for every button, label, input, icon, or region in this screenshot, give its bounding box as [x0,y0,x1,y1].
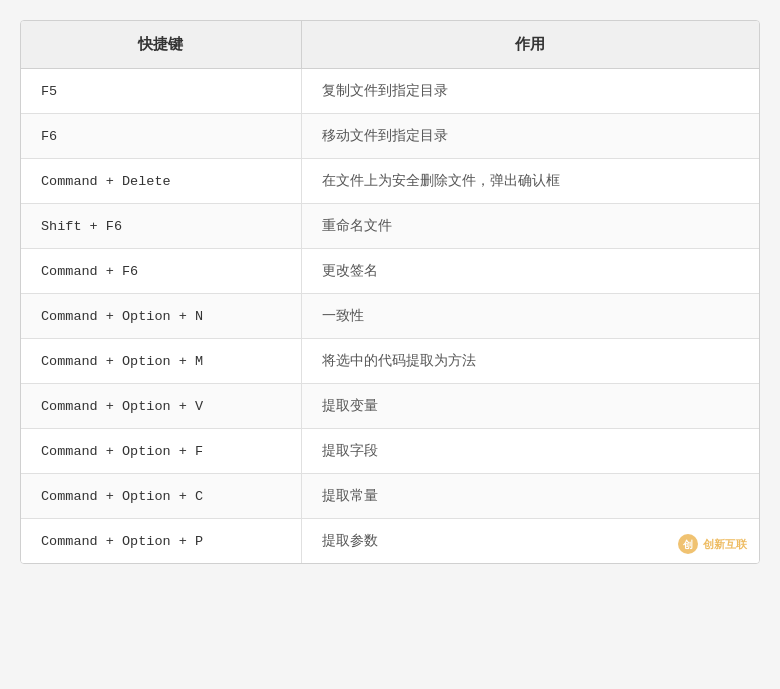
table-row: F6移动文件到指定目录 [21,114,759,159]
shortcut-cell: Command + Option + C [21,474,301,519]
table-body: F5复制文件到指定目录F6移动文件到指定目录Command + Delete在文… [21,69,759,564]
table-row: Command + Option + P提取参数 [21,519,759,564]
table-row: Command + F6更改签名 [21,249,759,294]
table-row: Command + Option + C提取常量 [21,474,759,519]
table-row: Command + Option + M将选中的代码提取为方法 [21,339,759,384]
shortcut-cell: Command + Option + F [21,429,301,474]
shortcut-table-container: 快捷键 作用 F5复制文件到指定目录F6移动文件到指定目录Command + D… [20,20,760,564]
watermark-logo-icon: 创 [677,533,699,555]
svg-text:创: 创 [682,539,693,550]
shortcut-cell: Command + Option + N [21,294,301,339]
header-shortcut: 快捷键 [21,21,301,69]
table-row: Command + Delete在文件上为安全删除文件，弹出确认框 [21,159,759,204]
shortcut-cell: F6 [21,114,301,159]
shortcut-cell: Command + Option + P [21,519,301,564]
watermark-label: 创新互联 [703,537,747,552]
shortcut-cell: Shift + F6 [21,204,301,249]
table-row: Shift + F6重命名文件 [21,204,759,249]
action-cell: 移动文件到指定目录 [301,114,759,159]
shortcut-table: 快捷键 作用 F5复制文件到指定目录F6移动文件到指定目录Command + D… [21,21,759,563]
action-cell: 提取字段 [301,429,759,474]
shortcut-cell: Command + F6 [21,249,301,294]
shortcut-cell: F5 [21,69,301,114]
action-cell: 更改签名 [301,249,759,294]
action-cell: 提取常量 [301,474,759,519]
shortcut-cell: Command + Delete [21,159,301,204]
action-cell: 复制文件到指定目录 [301,69,759,114]
table-row: Command + Option + V提取变量 [21,384,759,429]
table-row: Command + Option + N一致性 [21,294,759,339]
shortcut-cell: Command + Option + V [21,384,301,429]
action-cell: 提取变量 [301,384,759,429]
action-cell: 一致性 [301,294,759,339]
header-action: 作用 [301,21,759,69]
table-row: F5复制文件到指定目录 [21,69,759,114]
action-cell: 重命名文件 [301,204,759,249]
shortcut-cell: Command + Option + M [21,339,301,384]
watermark: 创 创新互联 [677,533,747,555]
table-row: Command + Option + F提取字段 [21,429,759,474]
action-cell: 在文件上为安全删除文件，弹出确认框 [301,159,759,204]
action-cell: 将选中的代码提取为方法 [301,339,759,384]
table-header-row: 快捷键 作用 [21,21,759,69]
